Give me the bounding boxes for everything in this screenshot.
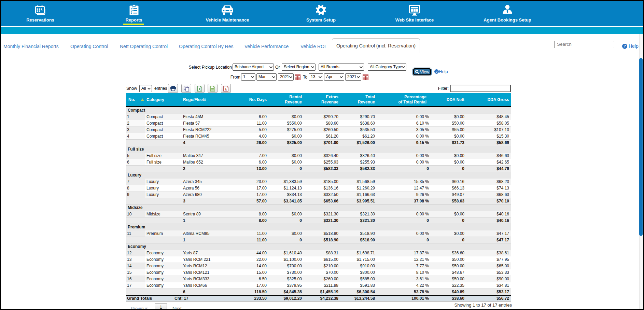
- svg-text:X: X: [198, 87, 201, 91]
- svg-text:?: ?: [624, 44, 626, 48]
- svg-text:?: ?: [436, 70, 438, 73]
- svg-text:λ: λ: [225, 87, 227, 91]
